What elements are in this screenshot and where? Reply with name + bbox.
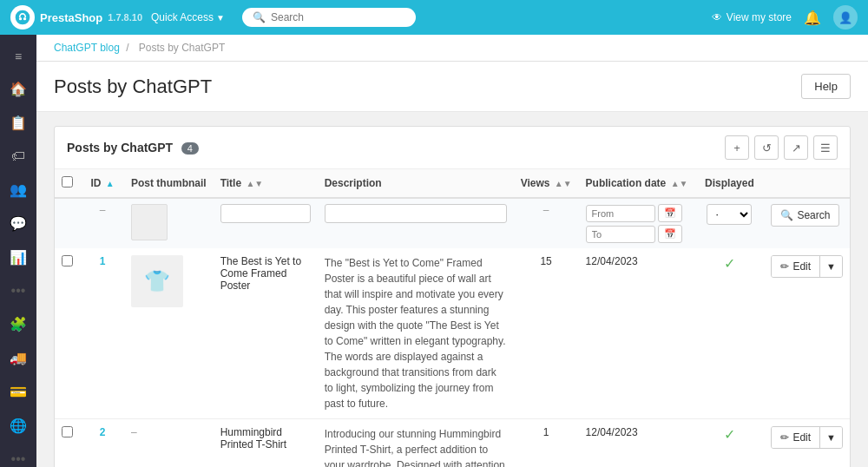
edit-dropdown-chevron: ▼	[826, 261, 836, 272]
row-2-id: 2	[81, 419, 124, 468]
row-2-displayed: ✓	[694, 419, 764, 468]
filter-desc[interactable]	[318, 198, 514, 248]
customers-icon: 👥	[10, 181, 27, 198]
brand-logo-area: PrestaShop 1.7.8.10	[10, 5, 142, 30]
sidebar-item-stats[interactable]: 📊	[0, 241, 36, 273]
sidebar: ≡ 🏠 📋 🏷 👥 💬 📊 ••• 🧩 🚚 💳 🌐	[0, 35, 36, 467]
sidebar-item-international[interactable]: 🌐	[0, 410, 36, 442]
brand-version: 1.7.8.10	[108, 12, 142, 23]
notifications-icon[interactable]: 🔔	[804, 10, 821, 26]
search-bar[interactable]: 🔍	[242, 8, 416, 27]
menu-icon: ≡	[15, 49, 22, 63]
col-views-label: Views	[521, 177, 550, 189]
row-1-edit-dropdown-button[interactable]: ▼	[820, 256, 842, 277]
date-to-calendar-button[interactable]: 📅	[658, 225, 682, 243]
sidebar-item-orders[interactable]: 📋	[0, 107, 36, 139]
filter-date[interactable]: 📅 📅	[579, 198, 695, 248]
col-header-description: Description	[318, 169, 514, 198]
filter-search-button[interactable]: 🔍 Search	[771, 204, 839, 227]
table-card-header: Posts by ChatGPT 4 + ↺ ↗ ☰	[55, 127, 850, 169]
row-2-thumbnail: –	[124, 419, 214, 468]
edit-pencil-icon: ✏	[780, 260, 789, 273]
col-header-displayed: Displayed	[694, 169, 764, 198]
date-sort-icon: ▲▼	[671, 179, 688, 188]
filter-displayed[interactable]: · Yes No	[694, 198, 764, 248]
sidebar-item-messages[interactable]: 💬	[0, 207, 36, 240]
user-icon: 👤	[838, 11, 852, 24]
page-header: Posts by ChatGPT Help	[36, 62, 868, 112]
row-2-edit-button[interactable]: ✏ Edit	[772, 427, 820, 448]
date-from-input[interactable]	[586, 205, 655, 222]
sidebar-item-payment[interactable]: 💳	[0, 376, 36, 408]
date-from-calendar-button[interactable]: 📅	[658, 204, 682, 222]
sort-asc-icon: ▲	[106, 179, 115, 188]
date-to-input[interactable]	[586, 226, 655, 243]
row-1-edit-button[interactable]: ✏ Edit	[772, 256, 820, 277]
table-header-row: ID ▲ Post thumbnail Title ▲▼ D	[55, 169, 850, 198]
shipping-icon: 🚚	[10, 350, 27, 366]
row-2-title: Hummingbird Printed T-Shirt	[214, 419, 318, 468]
row-2-edit-group: ✏ Edit▼	[771, 426, 843, 449]
filter-thumb	[124, 198, 214, 248]
title-filter-input[interactable]	[220, 204, 311, 223]
posts-table: ID ▲ Post thumbnail Title ▲▼ D	[55, 169, 850, 467]
displayed-check-icon: ✓	[724, 427, 735, 442]
help-button[interactable]: Help	[801, 74, 851, 99]
brand-name: PrestaShop	[40, 11, 102, 24]
row-2-checkbox[interactable]	[62, 426, 73, 437]
col-date-label: Publication date	[586, 177, 667, 189]
add-row-button[interactable]: +	[725, 135, 749, 160]
filter-id: –	[81, 198, 124, 248]
sidebar-item-shipping[interactable]: 🚚	[0, 342, 36, 374]
quick-access-menu[interactable]: Quick Access ▼	[151, 11, 225, 23]
col-header-date[interactable]: Publication date ▲▼	[579, 169, 695, 198]
sidebar-item-dashboard[interactable]: 🏠	[0, 73, 36, 105]
displayed-filter-select[interactable]: · Yes No	[707, 204, 752, 225]
col-thumb-label: Post thumbnail	[131, 177, 207, 189]
description-filter-input[interactable]	[325, 204, 507, 223]
search-icon: 🔍	[253, 11, 266, 23]
modules-icon: 🧩	[10, 316, 27, 332]
row-1-publication-date: 12/04/2023	[579, 248, 695, 419]
view-store-button[interactable]: 👁 View my store	[712, 11, 792, 23]
col-header-id[interactable]: ID ▲	[81, 169, 124, 198]
filter-search-cell[interactable]: 🔍 Search	[764, 198, 850, 248]
row-1-checkbox[interactable]	[62, 255, 73, 266]
row-1-title: The Best is Yet to Come Framed Poster	[214, 248, 318, 419]
sidebar-toggle[interactable]: ≡	[0, 42, 36, 71]
breadcrumb-parent[interactable]: ChatGPT blog	[54, 42, 120, 54]
posts-table-card: Posts by ChatGPT 4 + ↺ ↗ ☰	[54, 126, 851, 467]
sidebar-item-modules[interactable]: 🧩	[0, 308, 36, 340]
col-displayed-label: Displayed	[705, 177, 754, 189]
row-1-description: The "Best is Yet to Come" Framed Poster …	[318, 248, 514, 419]
sidebar-item-divider2: •••	[0, 444, 36, 467]
export-button[interactable]: ↗	[784, 135, 808, 160]
eye-icon: 👁	[712, 11, 722, 23]
edit-pencil-icon: ✏	[780, 431, 789, 444]
breadcrumb-separator: /	[126, 42, 132, 54]
layout: ≡ 🏠 📋 🏷 👥 💬 📊 ••• 🧩 🚚 💳 🌐	[0, 35, 868, 467]
columns-button[interactable]: ☰	[813, 135, 838, 160]
svg-point-1	[19, 17, 22, 20]
quick-access-chevron: ▼	[216, 13, 225, 23]
col-header-title[interactable]: Title ▲▼	[214, 169, 318, 198]
search-input[interactable]	[271, 11, 405, 23]
row-2-edit-dropdown-button[interactable]: ▼	[820, 427, 842, 448]
filter-views: –	[514, 198, 579, 248]
filter-title[interactable]	[214, 198, 318, 248]
sidebar-item-customers[interactable]: 👥	[0, 174, 36, 206]
breadcrumb-current: Posts by ChatGPT	[139, 42, 225, 54]
breadcrumb: ChatGPT blog / Posts by ChatGPT	[36, 35, 868, 62]
sidebar-item-catalog[interactable]: 🏷	[0, 141, 36, 172]
col-header-views[interactable]: Views ▲▼	[514, 169, 579, 198]
row-2-checkbox-cell	[55, 419, 81, 468]
refresh-button[interactable]: ↺	[754, 135, 779, 160]
select-all-checkbox[interactable]	[62, 176, 73, 187]
edit-dropdown-chevron: ▼	[826, 432, 836, 443]
row-2-id-link[interactable]: 2	[100, 426, 106, 438]
row-1-id-link[interactable]: 1	[100, 255, 106, 267]
row-1-thumbnail: 👕	[124, 248, 214, 419]
brand-logo	[10, 5, 35, 30]
table-row: 1👕The Best is Yet to Come Framed PosterT…	[55, 248, 850, 419]
user-avatar[interactable]: 👤	[833, 5, 858, 30]
